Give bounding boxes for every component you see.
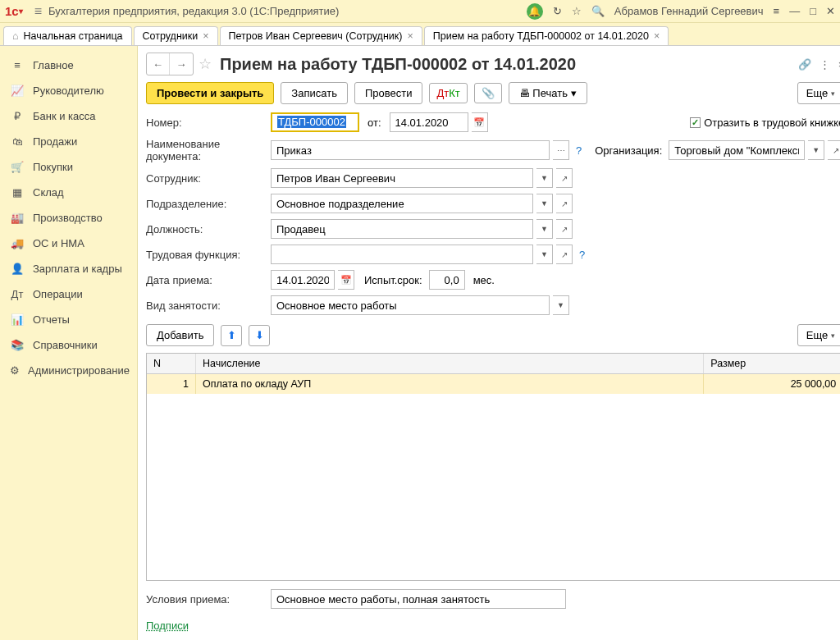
dropdown-icon[interactable] — [808, 140, 824, 160]
link-icon[interactable]: 🔗 — [798, 58, 811, 71]
position-input[interactable] — [271, 219, 533, 239]
sidebar-item[interactable]: 🛍Продажи — [3, 129, 134, 154]
add-row-button[interactable]: Добавить — [146, 324, 214, 346]
maximize-icon[interactable]: □ — [810, 5, 816, 17]
col-name[interactable]: Начисление — [196, 354, 704, 373]
tab-hire-doc[interactable]: Прием на работу ТДБП-000002 от 14.01.202… — [424, 26, 669, 45]
dropdown-icon[interactable] — [536, 194, 553, 213]
sidebar-icon: 📈 — [10, 85, 25, 97]
star-icon[interactable]: ☆ — [572, 5, 582, 17]
position-label: Должность: — [146, 223, 267, 235]
bell-icon[interactable]: 🔔 — [527, 3, 543, 20]
dept-input[interactable] — [271, 194, 533, 213]
settings-icon[interactable]: ≡ — [774, 5, 780, 17]
docname-input[interactable] — [271, 140, 550, 160]
date-input[interactable] — [390, 112, 468, 132]
help-icon[interactable]: ? — [576, 144, 582, 157]
sidebar-icon: 🚚 — [10, 237, 25, 249]
signatures-link[interactable]: Подписи — [146, 619, 189, 632]
sidebar-item[interactable]: 📚Справочники — [3, 332, 134, 358]
print-button[interactable]: 🖶 Печать ▾ — [509, 82, 587, 104]
sidebar-item[interactable]: ▦Склад — [3, 180, 134, 205]
employee-input[interactable] — [271, 168, 533, 188]
sidebar-item[interactable]: 🚚ОС и НМА — [3, 231, 134, 256]
minimize-icon[interactable]: — — [789, 5, 800, 17]
open-icon[interactable] — [556, 245, 573, 264]
tab-home[interactable]: Начальная страница — [3, 26, 132, 45]
main-menu-icon[interactable]: ≡ — [34, 4, 42, 19]
sidebar-item[interactable]: 📊Отчеты — [3, 307, 134, 332]
help-icon[interactable]: ? — [579, 249, 585, 261]
probation-input[interactable] — [429, 270, 465, 290]
write-button[interactable]: Записать — [281, 82, 348, 104]
sidebar-icon: 🛒 — [10, 161, 25, 173]
close-icon[interactable]: × — [203, 30, 208, 42]
tab-employees[interactable]: Сотрудники× — [134, 26, 218, 45]
sidebar-item[interactable]: ДтОперации — [3, 281, 134, 307]
probation-label: Испыт.срок: — [364, 274, 422, 286]
table-more-button[interactable]: Еще — [797, 324, 840, 346]
sidebar-item[interactable]: ⚙Администрирование — [3, 358, 134, 383]
sidebar-icon: 👤 — [10, 263, 25, 275]
user-name[interactable]: Абрамов Геннадий Сергеевич — [614, 5, 764, 17]
dtkt-button[interactable]: ДтКт — [429, 83, 467, 103]
docname-label: Наименование документа: — [146, 138, 267, 162]
post-button[interactable]: Провести — [354, 82, 423, 104]
sidebar-item[interactable]: 📈Руководителю — [3, 78, 134, 103]
emptype-label: Вид занятости: — [146, 299, 267, 312]
dropdown-icon[interactable] — [553, 295, 569, 315]
sidebar-item[interactable]: 🏭Производство — [3, 205, 134, 231]
close-icon[interactable]: × — [654, 30, 660, 42]
tab-employee-card[interactable]: Петров Иван Сергеевич (Сотрудник)× — [220, 26, 422, 45]
calendar-icon[interactable] — [338, 270, 354, 290]
back-button[interactable]: ← — [147, 53, 170, 75]
dropdown-icon[interactable] — [536, 219, 553, 239]
favorite-star-icon[interactable]: ☆ — [199, 55, 212, 73]
sidebar-label: ОС и НМА — [33, 237, 84, 249]
open-icon[interactable] — [556, 219, 573, 239]
document-title: Прием на работу ТДБП-000002 от 14.01.202… — [220, 55, 576, 74]
sidebar-icon: ⚙ — [10, 364, 20, 377]
sidebar-label: Администрирование — [28, 364, 130, 377]
calendar-icon[interactable] — [472, 112, 488, 132]
sidebar-item[interactable]: ≡Главное — [3, 53, 134, 78]
org-label: Организация: — [595, 144, 662, 157]
hiredate-input[interactable] — [271, 270, 335, 290]
dropdown-icon[interactable] — [536, 245, 553, 264]
table-row[interactable]: 1Оплата по окладу АУП25 000,00 — [147, 374, 840, 394]
move-up-button[interactable]: ⬆ — [221, 325, 242, 346]
reflect-checkbox[interactable]: ✓ Отразить в трудовой книжке — [690, 117, 840, 129]
sidebar-item[interactable]: 👤Зарплата и кадры — [3, 256, 134, 281]
close-window-icon[interactable]: ✕ — [826, 5, 835, 17]
move-down-button[interactable]: ⬇ — [249, 325, 270, 346]
app-title: Бухгалтерия предприятия, редакция 3.0 (1… — [48, 5, 339, 17]
conditions-input[interactable] — [271, 589, 566, 609]
more-menu-icon[interactable]: ⋮ — [819, 58, 830, 71]
history-icon[interactable]: ↻ — [553, 5, 562, 17]
sidebar-item[interactable]: 🛒Покупки — [3, 154, 134, 180]
col-n[interactable]: N — [147, 354, 196, 373]
dropdown-icon[interactable] — [536, 168, 553, 188]
sidebar-label: Руководителю — [33, 85, 104, 97]
choose-icon[interactable] — [553, 140, 569, 160]
open-icon[interactable] — [556, 168, 573, 188]
search-icon[interactable]: 🔍 — [591, 5, 605, 17]
attach-button[interactable]: 📎 — [474, 83, 502, 103]
open-icon[interactable] — [828, 140, 840, 160]
emptype-input[interactable] — [271, 295, 550, 315]
sidebar-label: Отчеты — [33, 313, 70, 326]
sidebar-label: Склад — [33, 186, 64, 199]
col-size[interactable]: Размер — [704, 354, 840, 373]
from-label: от: — [368, 117, 381, 129]
open-icon[interactable] — [556, 194, 573, 213]
close-icon[interactable]: × — [407, 30, 413, 42]
sidebar-label: Операции — [33, 288, 83, 300]
forward-button[interactable]: → — [170, 53, 193, 75]
employee-label: Сотрудник: — [146, 172, 267, 185]
func-input[interactable] — [271, 245, 533, 264]
toolbar-more-button[interactable]: Еще — [797, 82, 840, 104]
number-input[interactable]: ТДБП-000002 — [271, 112, 359, 132]
sidebar-item[interactable]: ₽Банк и касса — [3, 103, 134, 129]
org-input[interactable] — [669, 140, 805, 160]
post-and-close-button[interactable]: Провести и закрыть — [146, 82, 274, 104]
